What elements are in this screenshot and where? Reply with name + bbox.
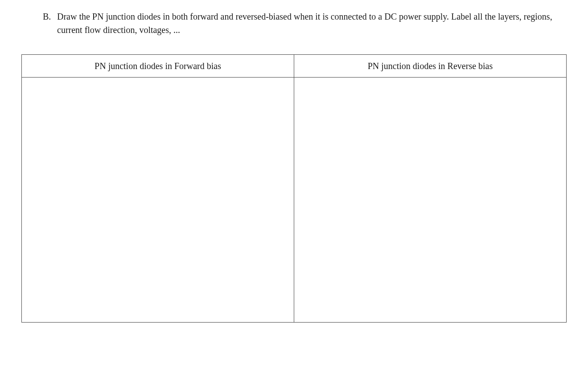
answer-table: PN junction diodes in Forward bias PN ju… xyxy=(21,54,567,323)
table-cell-forward-bias xyxy=(22,78,294,323)
question-block: B. Draw the PN junction diodes in both f… xyxy=(21,10,567,37)
table-header-reverse-bias: PN junction diodes in Reverse bias xyxy=(294,55,567,78)
table-header-forward-bias: PN junction diodes in Forward bias xyxy=(22,55,294,78)
table-body-row xyxy=(22,78,567,323)
table-header-row: PN junction diodes in Forward bias PN ju… xyxy=(22,55,567,78)
question-marker: B. xyxy=(43,10,57,37)
table-cell-reverse-bias xyxy=(294,78,567,323)
question-text: Draw the PN junction diodes in both forw… xyxy=(57,10,567,37)
